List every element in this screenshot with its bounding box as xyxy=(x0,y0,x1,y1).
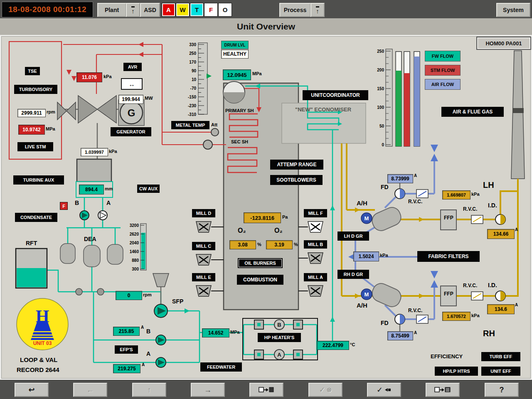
alarm-f-button[interactable]: F xyxy=(204,3,217,16)
unit-number-label: UNIT 03 xyxy=(31,341,54,346)
mill-d-button[interactable]: MILL D xyxy=(192,209,215,217)
left-arrow-icon: ← xyxy=(86,386,94,394)
o2-left-value[interactable]: 3.08 xyxy=(229,240,256,249)
process-up-button[interactable]: ↑ xyxy=(310,3,325,17)
sfp-rpm-value[interactable]: 0 xyxy=(116,291,142,300)
combustion-button[interactable]: COMBUSTION xyxy=(237,275,283,285)
nav-prev-button[interactable]: ← xyxy=(73,383,107,397)
cw-aux-button[interactable]: CW AUX xyxy=(137,185,160,193)
acknowledge-disabled-button[interactable]: ✓⊗ xyxy=(308,383,342,397)
draft-diff-value[interactable]: 1.5024 xyxy=(353,251,379,261)
check-icon: ✓ xyxy=(377,385,383,394)
unitcoordinator-button[interactable]: UNITCOORDINATOR xyxy=(303,90,368,100)
o2-right-value[interactable]: 3.19 xyxy=(266,240,293,249)
double-arrow-icon: ↔ xyxy=(129,81,135,88)
drum-press-value[interactable]: 12.0945 xyxy=(223,69,251,80)
mill-e-button[interactable]: MILL E xyxy=(192,273,215,281)
live-steam-press-unit: MPa xyxy=(46,127,55,131)
metal-temp-button[interactable]: METAL TEMP xyxy=(171,121,209,129)
efp-b-amp-unit: A xyxy=(141,325,144,330)
id-bottom-label: I.D. xyxy=(488,282,497,288)
hotwell-level-value[interactable]: 894.4 xyxy=(79,185,104,195)
check-icon: ✓ xyxy=(319,385,325,394)
fabric-filters-button[interactable]: FABRIC FILTERS xyxy=(417,251,480,262)
air-flue-gas-button[interactable]: AIR & FLUE GAS xyxy=(441,107,504,117)
avr-button[interactable]: AVR xyxy=(123,63,142,71)
help-button[interactable]: ? xyxy=(485,383,519,397)
primary-sh-label: PRIMARY SH xyxy=(225,108,254,113)
feedwater-button[interactable]: FEEDWATER xyxy=(200,362,242,372)
id-press-top-unit: kPa xyxy=(471,192,480,197)
fd-amp-bot-value[interactable]: 8.75499 xyxy=(387,331,413,340)
print-screen-button[interactable] xyxy=(426,383,460,397)
furnace-press-value[interactable]: -123.8116 xyxy=(244,212,281,223)
back-arrow-icon: ↩ xyxy=(28,385,34,394)
asd-button[interactable]: ASD xyxy=(140,3,160,17)
mill-b-button[interactable]: MILL B xyxy=(304,240,327,249)
alarm-w-button[interactable]: W xyxy=(176,3,189,16)
efp-a-amp-value[interactable]: 219.275 xyxy=(113,364,140,373)
mill-a-button[interactable]: MILL A xyxy=(304,273,327,281)
hotwell-level-unit: mm xyxy=(105,187,113,191)
attemp-range-button[interactable]: ATTEMP RANGE xyxy=(270,160,323,170)
hp-heaters-button[interactable]: HP HEATER'S xyxy=(258,333,301,342)
ah-top-label: A/H xyxy=(357,200,367,206)
rh-d-gr-button[interactable]: RH D GR xyxy=(337,270,369,279)
hplp-htrs-button[interactable]: HP/LP HTRS xyxy=(435,367,478,376)
id-press-top-value[interactable]: 1.669807 xyxy=(442,190,470,200)
sfp-label: SFP xyxy=(172,298,183,304)
id-press-bot-value[interactable]: 1.670572 xyxy=(442,312,470,321)
sfp-rpm-unit: rpm xyxy=(143,293,152,297)
up-to-bar-icon: ↑ xyxy=(316,6,319,14)
live-stm-button[interactable]: LIVE STM xyxy=(17,142,53,151)
feedwater-press-value[interactable]: 14.652 xyxy=(202,328,229,337)
generator-mw-value[interactable]: 199.944 xyxy=(118,95,143,104)
page-id-badge: HOM00 PA001 xyxy=(476,37,531,50)
rvc-label: R.V.C. xyxy=(408,199,422,204)
plant-menu-button[interactable]: Plant xyxy=(97,3,126,17)
efficiency-label: EFFICIENCY xyxy=(431,354,463,359)
oil-burners-button[interactable]: OIL BURNERS xyxy=(238,258,283,268)
id-amp-bot-value[interactable]: 134.6 xyxy=(487,304,515,314)
condensate-button[interactable]: CONDENSATE xyxy=(15,213,57,222)
dea-label: DEA xyxy=(84,236,96,242)
generator-button[interactable]: GENERATOR xyxy=(111,127,151,136)
alarm-t-button[interactable]: T xyxy=(190,3,203,16)
sootblowers-button[interactable]: SOOTBLOWERS xyxy=(270,175,323,185)
turbine-aux-button[interactable]: TURBINE AUX xyxy=(13,175,64,185)
alarm-o-button[interactable]: O xyxy=(219,3,232,16)
efp-b-label: B xyxy=(146,328,150,334)
fd-amp-top-value[interactable]: 8.73999 xyxy=(387,174,413,183)
acknowledge-button[interactable]: ✓ xyxy=(367,383,401,397)
process-menu-button[interactable]: Process xyxy=(279,3,311,17)
turbine-rpm-value[interactable]: 2999.911 xyxy=(17,109,46,117)
nav-next-button[interactable]: → xyxy=(191,383,225,397)
mill-f-button[interactable]: MILL F xyxy=(304,209,327,217)
cond-pump-a-label: A xyxy=(106,200,111,206)
efp-b-amp-value[interactable]: 215.85 xyxy=(113,327,140,336)
id-amp-top-value[interactable]: 134.66 xyxy=(487,229,515,239)
alarm-a-button[interactable]: A xyxy=(162,3,175,16)
unit-eff-button[interactable]: UNIT EFF xyxy=(481,367,520,376)
system-timestamp: 18-08-2008 00:01:12 xyxy=(2,2,93,17)
mill-c-button[interactable]: MILL C xyxy=(192,242,215,250)
system-menu-button[interactable]: System xyxy=(496,3,530,17)
turbovisory-button[interactable]: TURBOVISORY xyxy=(14,85,57,94)
lh-d-gr-button[interactable]: LH D GR xyxy=(337,232,369,241)
fd-top-label: FD xyxy=(381,184,389,190)
turbine-press-value[interactable]: 11.076 xyxy=(76,72,102,82)
nav-up-button[interactable]: ↑ xyxy=(132,383,166,397)
nav-back-button[interactable]: ↩ xyxy=(15,383,49,397)
plant-up-button[interactable]: ↑ xyxy=(126,3,140,17)
tse-button[interactable]: TSE xyxy=(25,67,40,75)
feedwater-temp-value[interactable]: 222.4799 xyxy=(317,341,349,350)
live-steam-press-value[interactable]: 10.9742 xyxy=(18,125,45,135)
efp-a-amp-unit: A xyxy=(142,363,145,367)
efps-button[interactable]: EFP'S xyxy=(115,345,138,354)
rft-label: RFT xyxy=(26,240,37,246)
turb-eff-button[interactable]: TURB EFF xyxy=(481,352,520,361)
condensate-press-value[interactable]: 1.039997 xyxy=(81,148,108,156)
drum-lvl-label: DRUM LVL xyxy=(221,41,249,49)
loop-val-label: LOOP & VAL xyxy=(20,357,57,363)
screen-copy-button[interactable] xyxy=(249,383,283,397)
